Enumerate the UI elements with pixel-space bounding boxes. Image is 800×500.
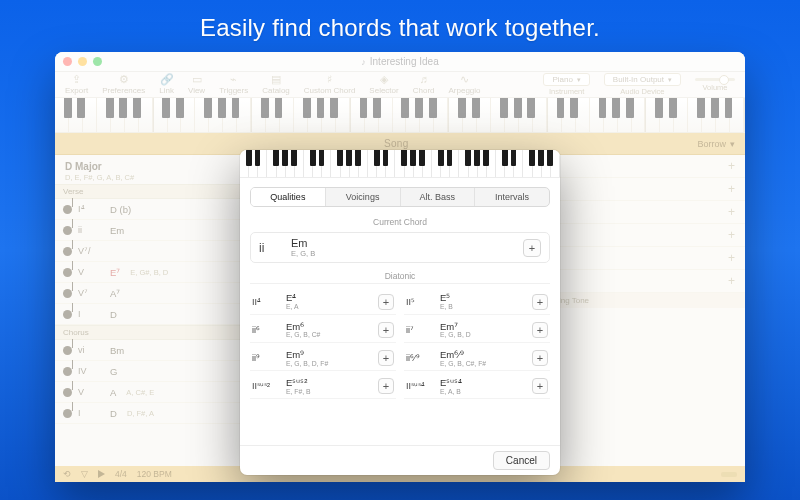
chord-option[interactable]: ii⁶Em⁶E, G, B, C#+ — [250, 319, 396, 343]
bpm-readout[interactable]: 120 BPM — [137, 469, 172, 479]
audio-device-select[interactable]: Built-In Output — [604, 73, 681, 86]
toolbar-link[interactable]: 🔗Link — [159, 74, 174, 95]
music-note-icon: ♪ — [361, 57, 366, 67]
add-chord-button[interactable]: + — [728, 251, 735, 265]
note-icon — [63, 346, 72, 355]
chord-notes: E, G, B, C#, F# — [440, 360, 526, 367]
chord-name: Em⁷ — [440, 322, 526, 332]
roman-numeral: V — [78, 387, 104, 397]
add-current-chord-button[interactable]: + — [523, 239, 541, 257]
chord-name: Eˢᵘˢ² — [286, 378, 372, 388]
note-icon — [63, 268, 72, 277]
roman-numeral: V⁷ — [78, 288, 104, 298]
borrow-menu[interactable]: Borrow▾ — [687, 139, 745, 149]
play-icon[interactable] — [98, 470, 105, 478]
add-chord-button[interactable]: + — [378, 350, 394, 366]
chord-name: Bm — [110, 345, 124, 356]
chord-name: Em⁶⁄⁹ — [440, 350, 526, 360]
current-chord-notes: E, G, B — [291, 250, 513, 258]
toolbar-view[interactable]: ▭View — [188, 74, 205, 95]
tab-qualities[interactable]: Qualities — [251, 188, 326, 206]
chord-option[interactable]: ii⁶⁄⁹Em⁶⁄⁹E, G, B, C#, F#+ — [404, 347, 550, 371]
add-chord-button[interactable]: + — [532, 294, 548, 310]
loop-icon[interactable]: ⟲ — [63, 469, 71, 479]
chord-name: Em⁹ — [286, 350, 372, 360]
chord-option[interactable]: ii⁷Em⁷E, G, B, D+ — [404, 319, 550, 343]
roman-numeral: ii⁶⁄⁹ — [406, 353, 434, 363]
roman-numeral: I — [78, 408, 104, 418]
toolbar-catalog[interactable]: ▤Catalog — [262, 74, 290, 95]
tab-alt-bass[interactable]: Alt. Bass — [401, 188, 476, 206]
toolbar-selector[interactable]: ◈Selector — [369, 74, 398, 95]
chord-notes: A, C#, E — [126, 388, 154, 397]
app-window: ♪ Interesting Idea ⇪Export ⚙Preferences … — [55, 52, 745, 482]
roman-numeral: I⁴ — [78, 204, 104, 214]
modal-tabs: Qualities Voicings Alt. Bass Intervals — [250, 187, 550, 207]
roman-numeral: IIˢᵘˢ² — [252, 381, 280, 391]
diatonic-label: Diatonic — [240, 271, 560, 281]
hero-headline: Easily find chords that work together. — [0, 0, 800, 42]
current-chord-row[interactable]: ii Em E, G, B + — [250, 232, 550, 263]
roman-numeral: I — [78, 309, 104, 319]
toolbar-custom-chord[interactable]: ♯Custom Chord — [304, 74, 356, 95]
roman-numeral: ii⁷ — [406, 325, 434, 335]
add-chord-button[interactable]: + — [728, 274, 735, 288]
add-chord-button[interactable]: + — [532, 322, 548, 338]
chord-name: Em⁶ — [286, 322, 372, 332]
note-icon — [63, 226, 72, 235]
chord-option[interactable]: ii⁹Em⁹E, G, B, D, F#+ — [250, 347, 396, 371]
roman-numeral: ii⁶ — [252, 325, 280, 335]
tab-intervals[interactable]: Intervals — [475, 188, 549, 206]
cancel-button[interactable]: Cancel — [493, 451, 550, 470]
chord-notes: E, G, B, D, F# — [286, 360, 372, 367]
note-icon — [63, 367, 72, 376]
chord-notes: E, A — [286, 303, 372, 310]
toolbar-export[interactable]: ⇪Export — [65, 74, 88, 95]
toolbar-arpeggio[interactable]: ∿Arpeggio — [449, 74, 481, 95]
chord-name: A⁷ — [110, 288, 120, 299]
add-chord-button[interactable]: + — [532, 350, 548, 366]
roman-numeral: ii — [78, 225, 104, 235]
metronome-icon[interactable]: ▽ — [81, 469, 88, 479]
instrument-select[interactable]: Piano — [543, 73, 589, 86]
chord-selector-modal: Qualities Voicings Alt. Bass Intervals C… — [240, 150, 560, 475]
chord-name: E⁷ — [110, 267, 120, 278]
chord-option[interactable]: II⁴E⁴E, A+ — [250, 290, 396, 314]
add-chord-button[interactable]: + — [378, 294, 394, 310]
chord-option[interactable]: II⁵E⁵E, B+ — [404, 290, 550, 314]
window-title: ♪ Interesting Idea — [55, 56, 745, 67]
toolbar-triggers[interactable]: ⌁Triggers — [219, 74, 248, 95]
titlebar: ♪ Interesting Idea — [55, 52, 745, 72]
add-chord-button[interactable]: + — [728, 205, 735, 219]
chevron-down-icon: ▾ — [730, 139, 735, 149]
add-chord-button[interactable]: + — [378, 378, 394, 394]
toolbar-preferences[interactable]: ⚙Preferences — [102, 74, 145, 95]
note-icon — [63, 310, 72, 319]
chord-notes: E, A, B — [440, 388, 526, 395]
add-chord-button[interactable]: + — [532, 378, 548, 394]
chord-name: D — [110, 309, 117, 320]
time-signature[interactable]: 4/4 — [115, 469, 127, 479]
chord-option[interactable]: IIˢᵘˢ⁴Eˢᵘˢ⁴E, A, B+ — [404, 375, 550, 399]
add-chord-button[interactable]: + — [728, 182, 735, 196]
add-chord-button[interactable]: + — [378, 322, 394, 338]
note-icon — [63, 205, 72, 214]
roman-numeral: II⁵ — [406, 297, 434, 307]
modal-keyboard[interactable] — [240, 150, 560, 178]
chord-option[interactable]: IIˢᵘˢ²Eˢᵘˢ²E, F#, B+ — [250, 375, 396, 399]
current-chord-rn: ii — [259, 241, 281, 255]
add-chord-button[interactable]: + — [728, 159, 735, 173]
volume-slider[interactable] — [695, 78, 735, 81]
chord-name: G — [110, 366, 117, 377]
tab-voicings[interactable]: Voicings — [326, 188, 401, 206]
keyboard-strip[interactable] — [55, 98, 745, 133]
toolbar-chord[interactable]: ♬Chord — [413, 74, 435, 95]
chord-notes: E, G, B, C# — [286, 331, 372, 338]
note-icon — [63, 289, 72, 298]
zoom-slider[interactable] — [721, 472, 737, 477]
roman-numeral: V⁷/ — [78, 246, 104, 256]
chord-name: Eˢᵘˢ⁴ — [440, 378, 526, 388]
chord-name: Em — [110, 225, 124, 236]
chord-name: A — [110, 387, 116, 398]
add-chord-button[interactable]: + — [728, 228, 735, 242]
